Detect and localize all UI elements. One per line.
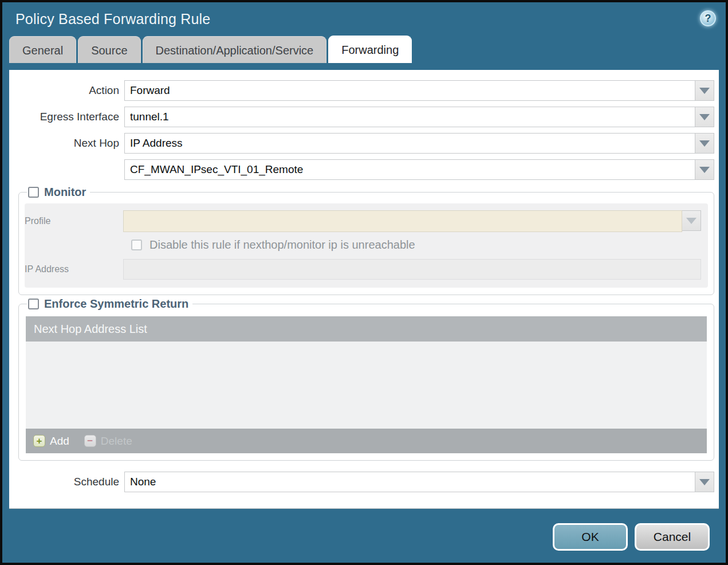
next-hop-address-row: CF_MWAN_IPsec_VTI_01_Remote [9,159,714,180]
disable-rule-row: Disable this rule if nexthop/monitor ip … [131,238,701,252]
dialog-title: Policy Based Forwarding Rule [15,11,210,28]
monitor-ip-address-label: IP Address [25,264,123,274]
add-button[interactable]: + Add [33,435,69,448]
next-hop-row: Next Hop IP Address [9,133,714,154]
action-dropdown-button[interactable] [695,80,714,101]
forwarding-tab-panel: Action Forward Egress Interface tunnel.1… [9,70,719,509]
help-icon[interactable]: ? [700,10,716,26]
schedule-select[interactable]: None [124,472,714,492]
next-hop-address-list-table: Next Hop Address List + Add − Delete [26,316,707,453]
monitor-legend: Monitor [27,186,90,199]
add-plus-icon: + [33,435,45,447]
ok-button[interactable]: OK [553,523,628,551]
egress-interface-dropdown-button[interactable] [695,107,714,127]
chevron-down-icon [699,114,710,120]
chevron-down-icon [699,140,710,147]
monitor-section: Monitor Profile Disable this rule if nex… [18,186,714,295]
next-hop-address-list-body[interactable] [26,342,707,429]
next-hop-label: Next Hop [9,137,124,150]
enforce-symmetric-return-checkbox[interactable] [28,299,39,309]
tab-bar: General Source Destination/Application/S… [2,36,726,63]
delete-minus-icon: − [84,435,96,447]
egress-interface-label: Egress Interface [9,111,124,123]
profile-dropdown-button [682,210,701,231]
dialog-titlebar: Policy Based Forwarding Rule [2,2,726,36]
tab-forwarding[interactable]: Forwarding [328,36,412,63]
egress-interface-select[interactable]: tunnel.1 [124,107,714,127]
tab-destination-application-service[interactable]: Destination/Application/Service [143,36,327,63]
egress-interface-row: Egress Interface tunnel.1 [9,107,714,127]
next-hop-address-value[interactable]: CF_MWAN_IPsec_VTI_01_Remote [124,159,695,180]
chevron-down-icon [699,167,710,173]
monitor-panel: Profile Disable this rule if nexthop/mon… [25,203,708,288]
schedule-row: Schedule None [9,472,714,492]
chevron-down-icon [699,88,710,94]
disable-rule-label: Disable this rule if nexthop/monitor ip … [149,238,415,252]
enforce-symmetric-return-section: Enforce Symmetric Return Next Hop Addres… [18,297,714,461]
add-button-label: Add [50,435,69,448]
monitor-checkbox[interactable] [28,187,39,198]
monitor-ip-address-row: IP Address [25,259,701,280]
next-hop-type-dropdown-button[interactable] [695,133,714,154]
disable-rule-checkbox [131,240,142,250]
next-hop-address-list-header: Next Hop Address List [26,316,707,342]
delete-button-label: Delete [101,435,132,448]
action-value[interactable]: Forward [124,80,695,101]
next-hop-address-select[interactable]: CF_MWAN_IPsec_VTI_01_Remote [124,159,714,180]
next-hop-type-select[interactable]: IP Address [124,133,714,154]
next-hop-address-list-toolbar: + Add − Delete [26,429,707,453]
tab-source[interactable]: Source [78,36,140,63]
profile-select [123,210,701,232]
policy-based-forwarding-rule-dialog: Policy Based Forwarding Rule ? General S… [0,0,728,565]
schedule-value[interactable]: None [124,472,695,492]
next-hop-type-value[interactable]: IP Address [124,133,695,154]
enforce-symmetric-return-legend: Enforce Symmetric Return [27,297,192,311]
chevron-down-icon [699,479,710,485]
next-hop-address-dropdown-button[interactable] [695,159,714,180]
profile-label: Profile [25,216,123,226]
enforce-symmetric-return-label: Enforce Symmetric Return [44,297,188,311]
profile-row: Profile [25,210,701,232]
monitor-legend-label: Monitor [44,186,86,199]
chevron-down-icon [686,218,696,224]
schedule-dropdown-button[interactable] [695,472,714,492]
delete-button: − Delete [84,435,132,448]
egress-interface-value[interactable]: tunnel.1 [124,107,695,127]
schedule-label: Schedule [9,476,124,488]
tab-general[interactable]: General [9,36,76,63]
action-label: Action [9,84,124,97]
action-select[interactable]: Forward [124,80,714,101]
profile-value [123,210,682,232]
monitor-ip-address-field [123,259,701,280]
monitor-ip-address-input [123,259,701,280]
cancel-button[interactable]: Cancel [635,523,710,551]
action-row: Action Forward [9,80,714,101]
